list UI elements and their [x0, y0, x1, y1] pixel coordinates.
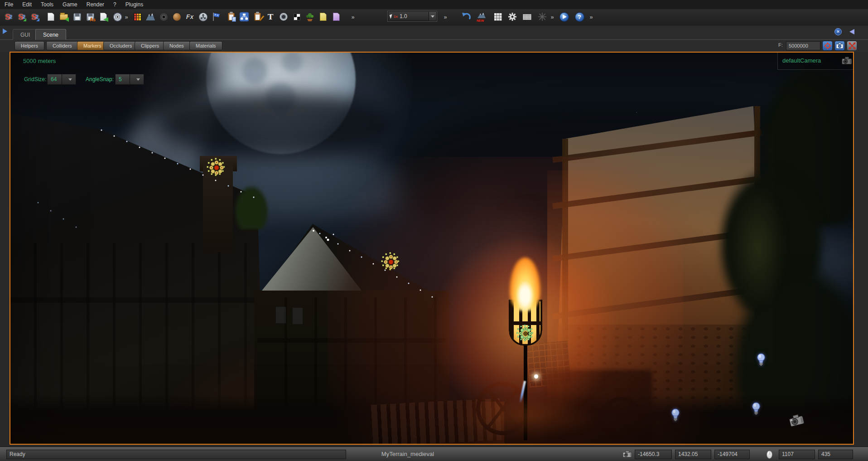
speed-dropdown-button[interactable] [429, 12, 436, 21]
tab-scene[interactable]: Scene [35, 29, 66, 40]
s2-glyph: S2 [5, 13, 12, 21]
mode-button-clippers[interactable]: Clippers [135, 41, 165, 50]
mode-button-nodes[interactable]: Nodes [163, 41, 190, 50]
grid-size-dropdown-button[interactable] [62, 74, 76, 84]
fx-icon[interactable]: Fx [184, 11, 196, 23]
toolbar-overflow-icon[interactable]: » [123, 11, 130, 23]
disc-icon[interactable] [111, 11, 123, 23]
particle-emitter-icon[interactable] [381, 252, 401, 272]
text-icon[interactable]: T [265, 11, 276, 23]
f-label: F: [778, 42, 783, 48]
view-distance-label: 5000 meters [23, 58, 56, 64]
new-document-icon[interactable] [45, 11, 57, 23]
light-bulb-icon[interactable] [670, 408, 680, 422]
target-icon [824, 42, 831, 49]
menu-file[interactable]: File [0, 0, 18, 9]
camera-z-value: -149704 [714, 450, 750, 459]
film-reel-icon[interactable] [197, 11, 209, 23]
cloud-2 [160, 91, 395, 159]
mode-button-helpers[interactable]: Helpers [14, 41, 44, 50]
menu-render[interactable]: Render [82, 0, 109, 9]
toolbar-overflow-icon[interactable]: » [442, 11, 448, 23]
particle-emitter-icon[interactable] [207, 158, 227, 178]
focus-target-button[interactable] [822, 41, 833, 51]
planet-icon[interactable] [171, 11, 183, 23]
tab-gui[interactable]: GUI [13, 29, 38, 40]
clipboard-pencil-icon[interactable] [251, 11, 263, 23]
mode-button-occluders[interactable]: Occluders [103, 41, 139, 50]
mode-button-materials[interactable]: Materials [189, 41, 222, 50]
import-document-icon[interactable] [97, 11, 109, 23]
plant-icon[interactable] [304, 11, 316, 23]
org-chart-icon[interactable] [238, 11, 250, 23]
screenshot-button[interactable] [834, 41, 845, 51]
menu-edit[interactable]: Edit [18, 0, 36, 9]
speed-prefix: 1x [394, 15, 398, 19]
roof-sparkles-center [10, 53, 11, 53]
save-as-icon[interactable]: As [84, 11, 96, 23]
grid-size-combo[interactable]: 64 [47, 74, 76, 85]
play-icon[interactable] [558, 11, 570, 23]
sound-icon[interactable] [278, 11, 289, 23]
flag-icon[interactable] [210, 11, 222, 23]
snowflake-icon[interactable] [536, 11, 548, 23]
toolbar-overflow-icon[interactable]: » [549, 11, 555, 23]
mode-button-colliders[interactable]: Colliders [46, 41, 78, 50]
rubiks-cube-icon[interactable] [131, 11, 143, 23]
grid-size-value: 64 [48, 76, 62, 82]
mountain-new-icon[interactable]: NEW [476, 11, 487, 23]
tire-icon[interactable] [158, 11, 169, 23]
particle-emitter-icon[interactable] [516, 325, 535, 343]
mountain-icon[interactable] [145, 11, 156, 23]
s2-icon[interactable]: S2 [3, 11, 14, 23]
menu-plugins[interactable]: Plugins [121, 0, 148, 9]
cursor-icon [390, 14, 393, 19]
menu-bar: File Edit Tools Game Render ? Plugins [0, 0, 868, 9]
gear-icon[interactable] [506, 11, 518, 23]
speed-value: 1.0 [400, 13, 429, 19]
help-icon[interactable]: ? [574, 11, 585, 23]
light-bulb-icon[interactable] [756, 353, 766, 366]
clipboard-document-icon[interactable] [225, 11, 237, 23]
menu-help[interactable]: ? [109, 0, 121, 9]
panel-arrow-icon[interactable] [3, 29, 7, 34]
status-bar: Ready MyTerrain_medieval -14650.3 1432.0… [0, 446, 868, 461]
pine-tree [233, 184, 270, 229]
status-message: Ready [6, 450, 346, 459]
document-yellow-icon[interactable] [317, 11, 329, 23]
save-icon[interactable] [71, 11, 83, 23]
gizmo-button[interactable] [847, 41, 857, 51]
menu-tools[interactable]: Tools [36, 0, 58, 9]
checkerboard-icon[interactable] [291, 11, 303, 23]
keyboard-icon[interactable] [521, 11, 533, 23]
main-toolbar: S2 S2 S2 As » Fx T » 1x 1.0 » NEW » ? [0, 9, 868, 25]
open-folder-icon[interactable] [58, 11, 70, 23]
f-value-input[interactable] [786, 41, 820, 50]
menu-game[interactable]: Game [58, 0, 82, 9]
toolbar-overflow-icon[interactable]: » [350, 11, 356, 23]
s2-open-icon[interactable]: S2 [16, 11, 28, 23]
s2-save-icon[interactable]: S2 [29, 11, 41, 23]
document-purple-icon[interactable] [330, 11, 342, 23]
camera-small-icon [836, 43, 844, 49]
camera-x-value: -14650.3 [635, 450, 672, 459]
angle-snap-combo[interactable]: 5 [115, 74, 144, 85]
fire-ground-reflection [454, 397, 599, 438]
collapse-left-icon[interactable] [849, 29, 854, 34]
mouse-y-value: 435 [818, 450, 853, 459]
camera-icon [840, 55, 854, 67]
light-bulb-icon[interactable] [751, 402, 761, 415]
simulation-speed-combo[interactable]: 1x 1.0 [388, 11, 437, 21]
undo-icon[interactable] [460, 11, 472, 23]
scene-viewport[interactable]: 5000 meters GridSize: 64 AngleSnap: 5 de… [10, 52, 854, 445]
window-glow [275, 306, 286, 324]
lens-flare-dot [534, 374, 538, 379]
chevron-down-icon [68, 78, 72, 81]
toolbar-overflow-icon[interactable]: » [588, 11, 594, 23]
angle-snap-dropdown-button[interactable] [130, 74, 144, 84]
world-icon[interactable]: ✕ [834, 28, 842, 35]
camera-y-value: 1432.05 [675, 450, 711, 459]
grid-icon[interactable] [492, 11, 504, 23]
camera-selector[interactable]: defaultCamera [777, 53, 854, 70]
chevron-down-icon [136, 78, 140, 81]
